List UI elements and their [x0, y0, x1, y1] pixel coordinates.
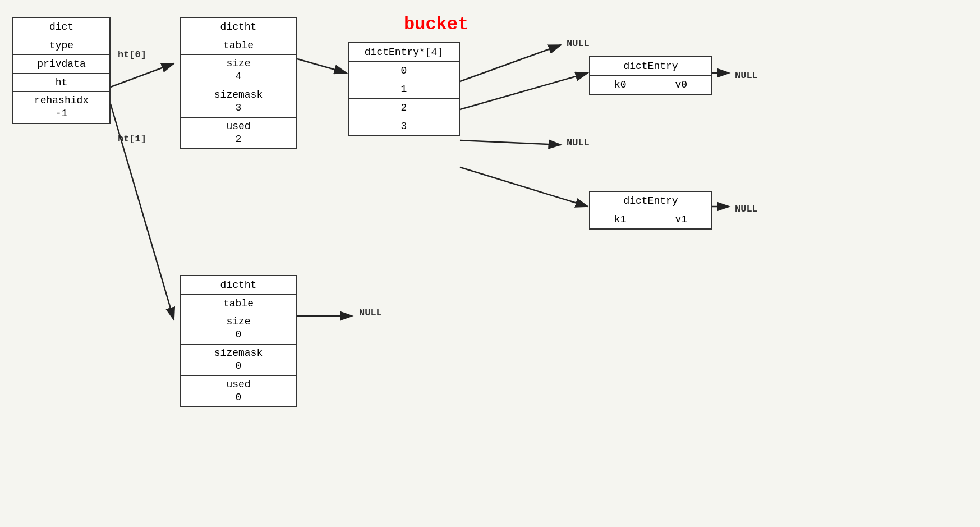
- dict-entry-bottom-header: dictEntry: [590, 192, 711, 210]
- dictht-top-header: dictht: [181, 18, 296, 36]
- dict-entry-top-kv: k0 v0: [590, 76, 711, 94]
- dict-cell-ht: ht: [13, 74, 109, 92]
- dict-entry-top-box: dictEntry k0 v0: [589, 56, 712, 95]
- dict-entry-top-header: dictEntry: [590, 57, 711, 76]
- dict-entry-bottom-kv: k1 v1: [590, 210, 711, 228]
- dictht-top-size: size4: [181, 55, 296, 86]
- bucket-header: dictEntry*[4]: [349, 43, 459, 62]
- null-label-2: NULL: [735, 70, 758, 81]
- bucket-cell-0: 0: [349, 62, 459, 80]
- dictht-top-table: table: [181, 36, 296, 55]
- arrows-svg: [0, 0, 980, 527]
- bucket-label: bucket: [404, 14, 468, 35]
- bucket-box: dictEntry*[4] 0 1 2 3: [348, 42, 460, 136]
- svg-line-1: [111, 63, 174, 87]
- svg-line-7: [460, 167, 588, 207]
- null-label-4: NULL: [735, 204, 758, 214]
- svg-line-5: [460, 73, 588, 109]
- svg-line-4: [460, 45, 561, 81]
- dictht-bottom-header: dictht: [181, 276, 296, 295]
- dictht-bottom-box: dictht table size0 sizemask0 used0: [180, 275, 297, 407]
- dictht-bottom-table: table: [181, 295, 296, 313]
- dictht-top-sizemask: sizemask3: [181, 86, 296, 118]
- bucket-cell-1: 1: [349, 80, 459, 99]
- dict-cell-privdata: privdata: [13, 55, 109, 74]
- ht1-label: ht[1]: [118, 134, 146, 144]
- dictht-bottom-used: used0: [181, 376, 296, 407]
- dictht-top-box: dictht table size4 sizemask3 used2: [180, 17, 297, 149]
- dictht-bottom-sizemask: sizemask0: [181, 345, 296, 376]
- dict-entry-bottom-box: dictEntry k1 v1: [589, 191, 712, 230]
- dict-entry-bottom-v: v1: [651, 210, 712, 228]
- dict-entry-top-k: k0: [590, 76, 651, 94]
- dict-cell-rehashidx: rehashidx-1: [13, 92, 109, 123]
- ht0-label: ht[0]: [118, 49, 146, 60]
- dict-entry-top-v: v0: [651, 76, 712, 94]
- dictht-bottom-size: size0: [181, 313, 296, 345]
- svg-line-6: [460, 140, 561, 145]
- bucket-cell-3: 3: [349, 117, 459, 135]
- null-label-5: NULL: [359, 308, 382, 318]
- dict-entry-bottom-k: k1: [590, 210, 651, 228]
- null-label-1: NULL: [567, 38, 590, 49]
- bucket-cell-2: 2: [349, 99, 459, 117]
- null-label-3: NULL: [567, 138, 590, 148]
- dictht-top-used: used2: [181, 118, 296, 149]
- dict-cell-type: type: [13, 36, 109, 55]
- svg-line-3: [297, 59, 347, 73]
- dict-box: dict type privdata ht rehashidx-1: [12, 17, 111, 124]
- dict-cell-dict: dict: [13, 18, 109, 36]
